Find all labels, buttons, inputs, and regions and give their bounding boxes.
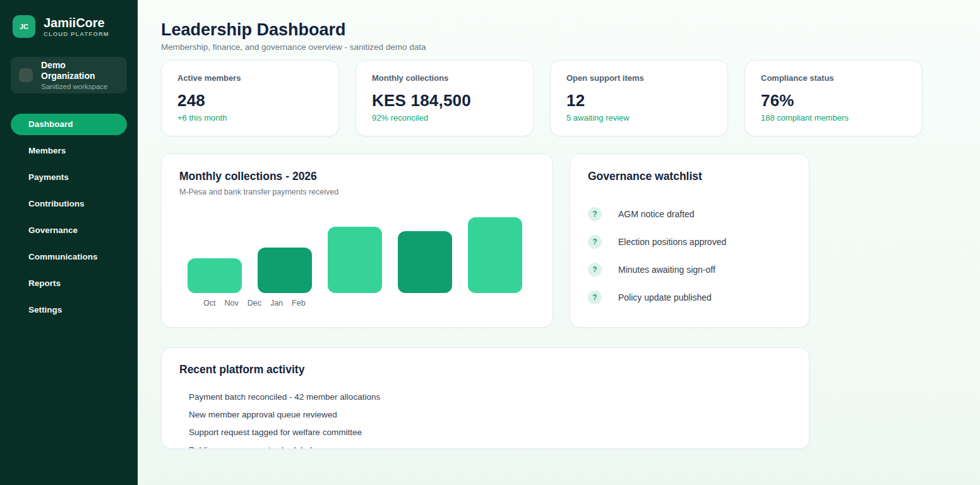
x-label-jan: Jan bbox=[270, 299, 283, 308]
brand-text: JamiiCore CLOUD PLATFORM bbox=[44, 16, 109, 37]
watchlist-item-label: Policy update published bbox=[618, 292, 712, 302]
stat-delta: +6 this month bbox=[177, 113, 323, 123]
org-text: Demo Organization Sanitized workspace bbox=[41, 60, 119, 90]
sidebar-item-communications[interactable]: Communications bbox=[11, 246, 127, 268]
sidebar-item-members[interactable]: Members bbox=[11, 140, 127, 162]
sidebar-item-contributions[interactable]: Contributions bbox=[11, 193, 127, 215]
sidebar: JC JamiiCore CLOUD PLATFORM Demo Organiz… bbox=[0, 0, 138, 485]
recent-activity-card: Recent platform activity Payment batch r… bbox=[161, 347, 810, 449]
page-subtitle: Membership, finance, and governance over… bbox=[161, 42, 980, 52]
watchlist-title: Governance watchlist bbox=[588, 170, 791, 183]
watchlist-items: ?AGM notice drafted?Election positions a… bbox=[588, 200, 791, 311]
stat-card: Open support items125 awaiting review bbox=[550, 60, 728, 136]
brand-logo-icon: JC bbox=[13, 15, 35, 38]
org-logo-icon bbox=[19, 68, 33, 82]
bar-dec bbox=[328, 227, 382, 293]
question-icon: ? bbox=[588, 207, 602, 221]
x-label-feb: Feb bbox=[292, 299, 306, 308]
sidebar-nav: DashboardMembersPaymentsContributionsGov… bbox=[11, 114, 127, 321]
x-label-oct: Oct bbox=[203, 299, 215, 308]
watchlist-item-label: AGM notice drafted bbox=[618, 209, 695, 219]
stat-label: Monthly collections bbox=[372, 73, 517, 83]
org-switcher[interactable]: Demo Organization Sanitized workspace bbox=[11, 57, 127, 93]
brand: JC JamiiCore CLOUD PLATFORM bbox=[13, 15, 127, 38]
bar-chart bbox=[188, 217, 535, 293]
sidebar-item-reports[interactable]: Reports bbox=[11, 273, 127, 294]
app-name: JamiiCore bbox=[44, 16, 109, 30]
stat-delta: 5 awaiting review bbox=[566, 113, 712, 123]
sidebar-item-payments[interactable]: Payments bbox=[11, 167, 127, 188]
stat-card: Compliance status76%188 compliant member… bbox=[744, 60, 923, 136]
stat-delta: 92% reconciled bbox=[372, 113, 517, 123]
stat-card: Monthly collectionsKES 184,50092% reconc… bbox=[356, 60, 534, 136]
question-icon: ? bbox=[588, 263, 602, 277]
stat-label: Open support items bbox=[566, 73, 712, 83]
stat-value: 76% bbox=[761, 91, 906, 111]
stats-row: Active members248+6 this monthMonthly co… bbox=[161, 60, 980, 136]
bar-feb bbox=[468, 217, 522, 293]
watchlist-item: ?Policy update published bbox=[588, 284, 791, 311]
org-name: Demo Organization bbox=[41, 60, 119, 81]
page-title: Leadership Dashboard bbox=[161, 20, 980, 39]
watchlist-item: ?AGM notice drafted bbox=[588, 200, 791, 228]
stat-label: Compliance status bbox=[761, 73, 906, 83]
sidebar-item-governance[interactable]: Governance bbox=[11, 220, 127, 241]
x-label-dec: Dec bbox=[248, 299, 261, 308]
activity-title: Recent platform activity bbox=[179, 363, 791, 376]
sidebar-item-settings[interactable]: Settings bbox=[11, 299, 127, 321]
bar-oct bbox=[188, 258, 242, 293]
stat-delta: 188 compliant members bbox=[761, 113, 906, 123]
stat-card: Active members248+6 this month bbox=[161, 60, 339, 136]
stat-value: 248 bbox=[177, 91, 323, 111]
governance-watchlist-card: Governance watchlist ?AGM notice drafted… bbox=[570, 153, 810, 328]
activity-item-label: Public announcement scheduled bbox=[189, 441, 791, 449]
activity-item-label: New member approval queue reviewed bbox=[189, 406, 791, 424]
watchlist-item: ?Minutes awaiting sign-off bbox=[588, 256, 791, 284]
watchlist-item: ?Election positions approved bbox=[588, 228, 791, 256]
watchlist-item-label: Election positions approved bbox=[618, 237, 726, 247]
main-content: Leadership Dashboard Membership, finance… bbox=[138, 0, 980, 485]
activity-item-label: Payment batch reconciled - 42 member all… bbox=[189, 388, 791, 406]
bar-nov bbox=[258, 248, 312, 293]
app-tagline: CLOUD PLATFORM bbox=[44, 30, 109, 37]
x-label-nov: Nov bbox=[224, 299, 238, 308]
chart-title: Monthly collections - 2026 bbox=[179, 170, 535, 183]
stat-value: KES 184,500 bbox=[372, 91, 517, 111]
question-icon: ? bbox=[588, 290, 602, 304]
bar-jan bbox=[398, 231, 452, 293]
chart-subtitle: M-Pesa and bank transfer payments receiv… bbox=[179, 188, 535, 196]
activity-items: Payment batch reconciled - 42 member all… bbox=[189, 388, 791, 449]
sidebar-item-dashboard[interactable]: Dashboard bbox=[11, 114, 127, 135]
monthly-collections-chart-card: Monthly collections - 2026 M-Pesa and ba… bbox=[161, 153, 553, 328]
bar-chart-x-labels: OctNovDecJanFeb bbox=[203, 299, 535, 308]
stat-label: Active members bbox=[177, 73, 323, 83]
question-icon: ? bbox=[588, 235, 602, 249]
watchlist-item-label: Minutes awaiting sign-off bbox=[618, 265, 715, 275]
org-subtitle: Sanitized workspace bbox=[41, 83, 119, 90]
middle-row: Monthly collections - 2026 M-Pesa and ba… bbox=[161, 153, 980, 328]
activity-item-label: Support request tagged for welfare commi… bbox=[189, 424, 791, 441]
stat-value: 12 bbox=[566, 91, 712, 111]
